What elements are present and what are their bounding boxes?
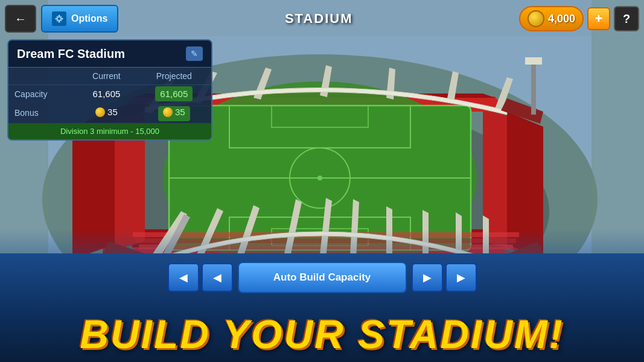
- capacity-label: Capacity: [8, 85, 76, 103]
- auto-build-button[interactable]: Auto Build Capacity: [238, 262, 407, 293]
- right-chevron-icon-2: ▶: [457, 271, 465, 284]
- stats-table: Current Projected Capacity 61,605 61,605…: [8, 68, 211, 123]
- svg-point-27: [59, 15, 60, 17]
- options-label: Options: [71, 13, 107, 24]
- coin-display: 4,000: [519, 6, 584, 31]
- next-arrow-1[interactable]: ▶: [412, 263, 443, 292]
- svg-point-26: [57, 17, 61, 21]
- svg-point-28: [59, 21, 60, 23]
- help-button[interactable]: ?: [614, 6, 639, 31]
- projected-col-header: Projected: [137, 68, 211, 85]
- add-coins-button[interactable]: +: [587, 7, 610, 30]
- coin-icon-projected: [163, 107, 173, 117]
- svg-line-34: [61, 21, 62, 21]
- projected-capacity: 61,605: [137, 85, 211, 103]
- options-button[interactable]: Options: [41, 5, 118, 33]
- add-icon: +: [595, 11, 603, 27]
- help-icon: ?: [623, 12, 630, 26]
- edit-stadium-button[interactable]: ✎: [186, 46, 203, 61]
- svg-point-29: [56, 18, 57, 20]
- coin-icon-current: [95, 107, 105, 117]
- coin-icon: [528, 10, 544, 27]
- bonus-row: Bonus 35 35: [8, 103, 211, 123]
- capacity-row: Capacity 61,605 61,605: [8, 85, 211, 103]
- options-icon: [52, 11, 66, 26]
- current-bonus: 35: [76, 103, 136, 123]
- stadium-name: Dream FC Stadium: [17, 47, 125, 61]
- svg-rect-19: [531, 60, 536, 115]
- svg-line-32: [61, 16, 62, 17]
- next-arrow-2[interactable]: ▶: [445, 263, 477, 292]
- right-chevron-icon: ▶: [423, 271, 432, 284]
- build-banner-text: BUILD YOUR STADIUM!: [80, 312, 564, 357]
- page-title: STADIUM: [285, 11, 353, 27]
- bonus-label: Bonus: [8, 103, 76, 123]
- label-col-header: [8, 68, 76, 85]
- svg-point-9: [317, 176, 322, 180]
- left-chevron-icon-2: ◀: [213, 271, 222, 284]
- prev-arrow-2[interactable]: ◀: [202, 263, 233, 292]
- left-chevron-icon: ◀: [179, 271, 188, 284]
- division-requirement: Division 3 minimum - 15,000: [8, 123, 211, 139]
- svg-line-33: [57, 21, 57, 21]
- prev-arrow-1[interactable]: ◀: [168, 263, 199, 292]
- current-col-header: Current: [76, 68, 136, 85]
- svg-rect-21: [525, 57, 542, 65]
- coin-amount: 4,000: [548, 13, 575, 25]
- svg-line-31: [57, 16, 57, 17]
- auto-build-label: Auto Build Capacity: [273, 272, 371, 284]
- stadium-info-panel: Dream FC Stadium ✎ Current Projected Cap…: [7, 39, 212, 141]
- back-button[interactable]: ←: [5, 5, 36, 33]
- back-icon: ←: [14, 12, 27, 26]
- projected-bonus: 35: [137, 103, 211, 123]
- svg-point-30: [62, 18, 63, 20]
- current-capacity: 61,605: [76, 85, 136, 103]
